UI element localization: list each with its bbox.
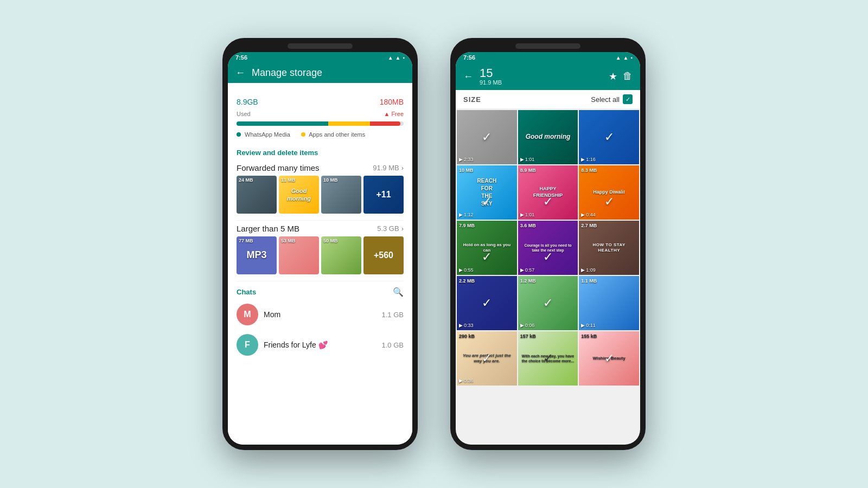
checkmark-12: ✓ bbox=[457, 331, 517, 386]
legend-dot-apps bbox=[301, 132, 305, 137]
checkmark-4: ✓ bbox=[518, 165, 578, 220]
select-all-label: Select all bbox=[591, 95, 620, 104]
battery-icon: ▪ bbox=[403, 55, 405, 61]
checkmark-0: ✓ bbox=[457, 110, 517, 164]
select-all-checkbox[interactable]: ✓ bbox=[623, 94, 633, 104]
cell-text-8: HOW TO STAY HEALTHY bbox=[579, 221, 639, 275]
back-button-right[interactable]: ← bbox=[463, 71, 473, 82]
checkmark-6: ✓ bbox=[457, 221, 517, 275]
media-cell-9[interactable]: 2.2 MB ✓ ▶0:33 bbox=[457, 276, 517, 330]
time-left: 7:56 bbox=[235, 54, 247, 61]
forwarded-row[interactable]: Forwarded many times 91.9 MB › bbox=[228, 160, 412, 176]
wifi-icon-r: ▲ bbox=[616, 55, 621, 61]
media-cell-1[interactable]: Good morning ▶1:01 bbox=[518, 110, 578, 164]
left-screen: 7:56 ▲ ▲ ▪ ← Manage storage 8.9GB bbox=[228, 52, 412, 445]
left-phone: 7:56 ▲ ▲ ▪ ← Manage storage 8.9GB bbox=[222, 38, 418, 450]
duration-2: ▶1:16 bbox=[581, 157, 596, 162]
wifi-icon: ▲ bbox=[388, 55, 393, 61]
status-icons-left: ▲ ▲ ▪ bbox=[388, 55, 405, 61]
media-cell-5[interactable]: 8.3 MB Happy Diwali! ✓ ▶0:44 bbox=[579, 165, 639, 220]
duration-10: ▶0:06 bbox=[520, 323, 535, 328]
status-bar-left: 7:56 ▲ ▲ ▪ bbox=[228, 52, 412, 63]
legend-whatsapp: WhatsApp Media bbox=[237, 131, 290, 138]
bar-apps bbox=[328, 121, 370, 126]
legend-dot-whatsapp bbox=[237, 132, 241, 137]
media-cell-0[interactable]: ✓ ▶2:33 bbox=[457, 110, 517, 164]
bar-free bbox=[370, 121, 400, 126]
checkmark-10: ✓ bbox=[518, 276, 578, 330]
right-phone: 7:56 ▲ ▲ ▪ ← 15 91.9 MB ★ 🗑 SIZE Select … bbox=[450, 38, 646, 450]
thumb-more: +560 bbox=[363, 236, 404, 274]
chats-title: Chats bbox=[237, 288, 256, 296]
app-bar-count-area: 15 91.9 MB bbox=[480, 67, 602, 86]
checkmark-5: ✓ bbox=[579, 165, 639, 220]
media-cell-13[interactable]: 157 kB With each new day, you have the c… bbox=[518, 331, 578, 386]
bar-whatsapp bbox=[237, 121, 328, 126]
status-bar-right: 7:56 ▲ ▲ ▪ bbox=[456, 52, 640, 63]
media-cell-7[interactable]: 3.6 MB Courage is all you need to take t… bbox=[518, 221, 578, 275]
storage-section: 8.9GB 180MB Used ▲ Free bbox=[228, 83, 412, 142]
signal-icon-r: ▲ bbox=[623, 55, 629, 61]
larger-thumbs: 77 MB MP3 53 MB 50 MB +560 bbox=[228, 236, 412, 281]
app-bar-right: ← 15 91.9 MB ★ 🗑 bbox=[456, 63, 640, 90]
phone-notch-left bbox=[288, 43, 353, 49]
used-value: 8.9GB bbox=[237, 92, 258, 108]
legend-apps: Apps and other items bbox=[301, 131, 365, 138]
duration-6: ▶0:55 bbox=[459, 267, 474, 273]
larger-row[interactable]: Larger than 5 MB 5.3 GB › bbox=[228, 221, 412, 236]
forwarded-thumbs: 24 MB 11 MB Good morning 10 MB +11 bbox=[228, 176, 412, 220]
checkmark-2: ✓ bbox=[579, 110, 639, 164]
chat-size-friends: 1.0 GB bbox=[382, 341, 404, 349]
select-all-row[interactable]: Select all ✓ bbox=[591, 94, 633, 104]
thumb-3: 10 MB bbox=[321, 176, 361, 214]
media-grid: ✓ ▶2:33 Good morning ▶1:01 ✓ ▶1:16 bbox=[456, 109, 640, 387]
storage-legend: WhatsApp Media Apps and other items bbox=[237, 131, 404, 138]
review-title: Review and delete items bbox=[237, 149, 404, 157]
media-cell-4[interactable]: 8.9 MB HAPPYFRIENDSHIP ✓ ▶1:01 bbox=[518, 165, 578, 220]
duration-12: ▶0:36 bbox=[459, 378, 474, 383]
time-right: 7:56 bbox=[463, 54, 475, 61]
media-cell-12[interactable]: 290 kB You are perfect just the way you … bbox=[457, 331, 517, 386]
media-grid-container[interactable]: ✓ ▶2:33 Good morning ▶1:01 ✓ ▶1:16 bbox=[456, 109, 640, 445]
status-icons-right: ▲ ▲ ▪ bbox=[616, 55, 633, 61]
search-icon[interactable]: 🔍 bbox=[393, 287, 404, 297]
back-button-left[interactable]: ← bbox=[235, 67, 245, 79]
duration-3: ▶1:12 bbox=[459, 212, 474, 217]
free-label: ▲ Free bbox=[384, 111, 404, 117]
duration-7: ▶0:57 bbox=[520, 267, 535, 273]
media-cell-8[interactable]: 2.7 MB HOW TO STAY HEALTHY ▶1:09 bbox=[579, 221, 639, 275]
chat-name-friends: Friends for Lyfe 💕 bbox=[264, 341, 376, 349]
thumb-mp3: 77 MB MP3 bbox=[237, 236, 277, 274]
app-bar-left: ← Manage storage bbox=[228, 63, 412, 83]
size-11: 1.1 MB bbox=[581, 278, 597, 284]
chats-header: Chats 🔍 bbox=[228, 281, 412, 299]
delete-icon[interactable]: 🗑 bbox=[623, 70, 633, 82]
media-cell-14[interactable]: 155 kB Wishing Beauty ✓ bbox=[579, 331, 639, 386]
checkmark-3: ✓ bbox=[457, 165, 517, 220]
cell-text-1: Good morning bbox=[518, 110, 578, 164]
free-value: 180MB bbox=[380, 92, 404, 108]
duration-9: ▶0:33 bbox=[459, 323, 474, 328]
used-label: Used bbox=[237, 111, 251, 117]
signal-icon: ▲ bbox=[395, 55, 401, 61]
storage-bar bbox=[237, 121, 404, 126]
duration-5: ▶0:44 bbox=[581, 212, 596, 217]
media-cell-3[interactable]: 10 MB REACHFORTHESKY ✓ ▶1:12 bbox=[457, 165, 517, 220]
media-cell-6[interactable]: 7.9 MB Hold on as long as you can ✓ ▶0:5… bbox=[457, 221, 517, 275]
thumb-1: 24 MB bbox=[237, 176, 277, 214]
selected-count: 15 bbox=[480, 67, 602, 79]
media-cell-11[interactable]: 1.1 MB ▶0:11 bbox=[579, 276, 639, 330]
media-cell-10[interactable]: 1.2 MB ✓ ▶0:06 bbox=[518, 276, 578, 330]
selected-size: 91.9 MB bbox=[480, 79, 602, 86]
larger-label: Larger than 5 MB bbox=[237, 224, 299, 233]
media-cell-2[interactable]: ✓ ▶1:16 bbox=[579, 110, 639, 164]
left-screen-content: 8.9GB 180MB Used ▲ Free bbox=[228, 83, 412, 445]
thumb-photo: 50 MB bbox=[321, 236, 361, 274]
app-title-left: Manage storage bbox=[252, 67, 405, 79]
duration-1: ▶1:01 bbox=[520, 157, 535, 162]
duration-0: ▶2:33 bbox=[459, 157, 474, 162]
chat-item-friends[interactable]: F Friends for Lyfe 💕 1.0 GB bbox=[228, 330, 412, 360]
chat-item-mom[interactable]: M Mom 1.1 GB bbox=[228, 299, 412, 330]
chat-size-mom: 1.1 GB bbox=[382, 311, 404, 319]
star-icon[interactable]: ★ bbox=[609, 70, 617, 82]
